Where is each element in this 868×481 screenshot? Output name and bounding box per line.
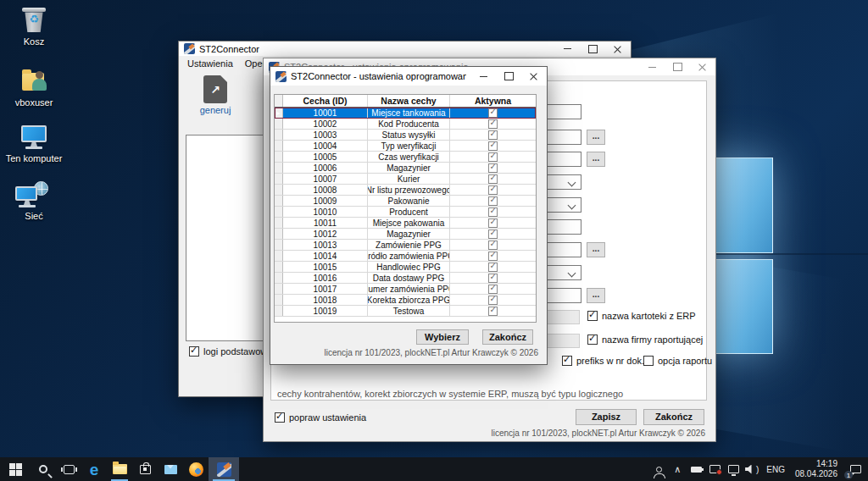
main-window-titlebar[interactable]: ST2Connector: [179, 41, 631, 56]
active-checkbox[interactable]: [488, 229, 498, 239]
close-icon[interactable]: [521, 67, 547, 86]
show-hidden-icons-button[interactable]: ∧: [668, 457, 687, 481]
maximize-icon[interactable]: [665, 58, 690, 75]
desktop-icon-network[interactable]: Sieć: [3, 180, 64, 221]
browse-button-2[interactable]: ...: [587, 152, 605, 167]
popraw-ustawienia-checkbox[interactable]: popraw ustawienia: [275, 412, 366, 423]
active-checkbox[interactable]: [488, 174, 498, 184]
active-checkbox[interactable]: [488, 252, 498, 261]
active-checkbox[interactable]: [488, 196, 498, 206]
active-checkbox[interactable]: [488, 141, 498, 151]
task-view-button[interactable]: [56, 457, 81, 481]
table-row[interactable]: 10014Źródło zamówienia PPG: [275, 251, 536, 262]
table-row[interactable]: 10013Zamówienie PPG: [275, 240, 536, 251]
file-explorer-button[interactable]: [107, 457, 132, 481]
active-checkbox[interactable]: [488, 207, 498, 217]
browse-button-3[interactable]: ...: [587, 242, 605, 257]
people-button[interactable]: [649, 457, 668, 481]
close-icon[interactable]: [605, 41, 631, 56]
battery-button[interactable]: [687, 457, 705, 481]
cell-feature-id: 10013: [283, 240, 368, 250]
active-checkbox[interactable]: [488, 163, 498, 173]
settings-close-button[interactable]: Zakończ: [643, 409, 704, 425]
firefox-button[interactable]: [183, 457, 209, 481]
language-indicator[interactable]: ENG: [761, 465, 790, 474]
opcja-raportu-label: opcja raportu: [658, 356, 712, 366]
cell-feature-id: 10001: [283, 108, 368, 118]
table-row[interactable]: 10010Producent: [275, 207, 536, 218]
table-row[interactable]: 10011Miejsce pakowania: [275, 218, 536, 229]
clock[interactable]: 14:19 08.04.2026: [790, 459, 843, 480]
active-checkbox[interactable]: [488, 108, 498, 118]
active-checkbox[interactable]: [488, 218, 498, 228]
column-header-active[interactable]: Aktywna: [450, 95, 536, 107]
browse-button-4[interactable]: ...: [587, 288, 605, 303]
active-checkbox[interactable]: [488, 285, 498, 294]
network-button[interactable]: [724, 457, 743, 481]
maximize-icon[interactable]: [580, 41, 605, 56]
minimize-icon[interactable]: [639, 58, 665, 75]
table-row[interactable]: 10016Data dostawy PPG: [275, 273, 536, 284]
volume-button[interactable]: ): [743, 457, 761, 481]
opcja-raportu-checkbox[interactable]: opcja raportu: [643, 356, 712, 366]
table-row[interactable]: 10008Nr listu przewozowego: [275, 185, 536, 196]
active-checkbox[interactable]: [488, 296, 498, 305]
table-row[interactable]: 10015Handlowiec PPG: [275, 262, 536, 273]
basic-logs-checkbox[interactable]: logi podstawowe: [189, 346, 272, 357]
store-button[interactable]: [132, 457, 158, 481]
select-button[interactable]: Wybierz: [416, 329, 469, 345]
table-row[interactable]: 10012Magazynier: [275, 229, 536, 240]
active-checkbox[interactable]: [488, 119, 498, 129]
table-row[interactable]: 10004Typ weryfikacji: [275, 141, 536, 152]
table-row[interactable]: 10003Status wysyłki: [275, 130, 536, 141]
desktop-icon-vboxuser[interactable]: vboxuser: [3, 66, 64, 108]
column-header-id[interactable]: Cecha (ID): [283, 95, 368, 107]
dialog-titlebar[interactable]: ST2Connector - ustawienia oprogramowania: [270, 67, 547, 86]
menu-ustawienia[interactable]: Ustawienia: [181, 57, 239, 70]
active-checkbox[interactable]: [488, 240, 498, 250]
search-button[interactable]: [31, 457, 56, 481]
row-selector: [275, 196, 283, 206]
active-checkbox[interactable]: [488, 274, 498, 283]
kartoteka-checkbox[interactable]: nazwa kartoteki z ERP: [587, 311, 696, 321]
minimize-icon[interactable]: [470, 67, 496, 86]
table-row[interactable]: 10005Czas weryfikacji: [275, 152, 536, 163]
browse-button-1[interactable]: ...: [587, 130, 605, 145]
table-row[interactable]: 10019Testowa: [275, 306, 536, 317]
dialog-close-button[interactable]: Zakończ: [482, 329, 533, 345]
active-checkbox[interactable]: [488, 130, 498, 140]
active-checkbox[interactable]: [488, 307, 498, 316]
screen-share-button[interactable]: [705, 457, 724, 481]
start-button[interactable]: [0, 457, 31, 481]
cell-active: [450, 295, 536, 305]
generate-button[interactable]: ↗ generuj: [191, 75, 240, 115]
table-row[interactable]: 10018Korekta zbiorcza PPG: [275, 295, 536, 306]
minimize-icon[interactable]: [554, 41, 580, 56]
active-checkbox[interactable]: [488, 152, 498, 162]
table-row[interactable]: ►10001Miejsce tankowania: [275, 108, 536, 119]
table-row[interactable]: 10002Kod Producenta: [275, 119, 536, 130]
mail-button[interactable]: [158, 457, 183, 481]
cell-active: [450, 174, 536, 184]
maximize-icon[interactable]: [496, 67, 521, 86]
table-row[interactable]: 10007Kurier: [275, 174, 536, 185]
table-row[interactable]: 10017Numer zamówienia PPG: [275, 284, 536, 295]
active-checkbox[interactable]: [488, 185, 498, 195]
table-row[interactable]: 10006Magazynier: [275, 163, 536, 174]
save-button[interactable]: Zapisz: [576, 409, 637, 425]
desktop-icon-this-pc[interactable]: Ten komputer: [3, 122, 64, 163]
table-row[interactable]: 10009Pakowanie: [275, 196, 536, 207]
kartoteka-label: nazwa kartoteki z ERP: [602, 311, 696, 321]
checkbox-icon: [587, 334, 598, 345]
prefiks-checkbox[interactable]: prefiks w nr dok.: [562, 356, 644, 366]
close-icon[interactable]: [690, 58, 715, 75]
cell-feature-name: Magazynier: [368, 229, 450, 239]
cell-active: [450, 229, 536, 239]
desktop-icon-recycle-bin[interactable]: ♻ Kosz: [3, 5, 64, 47]
active-checkbox[interactable]: [488, 263, 498, 272]
column-header-name[interactable]: Nazwa cechy: [368, 95, 450, 107]
edge-button[interactable]: e: [81, 457, 107, 481]
action-center-button[interactable]: 1: [843, 457, 868, 481]
firma-checkbox[interactable]: nazwa firmy raportującej: [587, 334, 703, 345]
st2connector-taskbar-button[interactable]: [209, 457, 239, 481]
